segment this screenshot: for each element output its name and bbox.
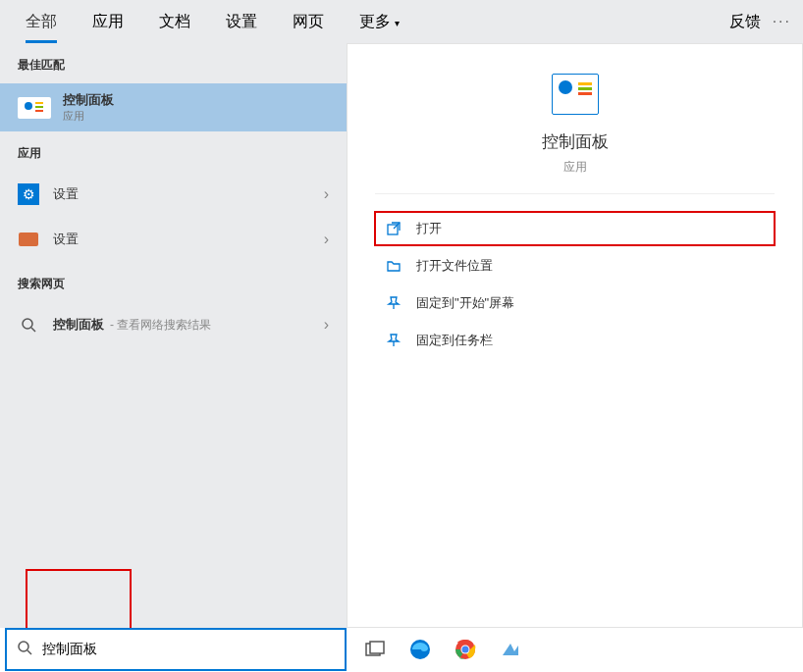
feedback-link[interactable]: 反馈 [729,12,761,32]
best-match-subtitle: 应用 [63,109,114,124]
control-panel-hero-icon [552,74,599,115]
search-icon [17,640,32,659]
section-search-web: 搜索网页 [0,262,347,302]
preview-subtitle: 应用 [563,159,587,176]
tab-web[interactable]: 网页 [275,2,342,42]
search-input[interactable] [42,642,335,657]
svg-line-10 [27,650,31,654]
settings-icon [18,229,39,250]
app-icon[interactable] [499,638,522,661]
best-match-control-panel[interactable]: 控制面板 应用 [0,83,347,131]
tab-more[interactable]: 更多 ▾ [342,2,417,42]
svg-rect-12 [370,642,384,653]
edge-icon[interactable] [408,638,432,661]
svg-line-5 [31,328,35,332]
svg-rect-3 [35,110,43,112]
app-item-settings-1[interactable]: ⚙ 设置 › [0,172,347,217]
task-view-icon[interactable] [363,638,387,661]
svg-point-4 [23,319,32,329]
svg-point-16 [462,646,469,653]
search-icon [18,314,39,336]
svg-rect-2 [35,106,43,108]
pin-icon [385,332,402,349]
tab-docs[interactable]: 文档 [141,2,208,42]
section-best-match: 最佳匹配 [0,43,347,83]
action-pin-start[interactable]: 固定到"开始"屏幕 [375,286,775,320]
app-item-settings-2[interactable]: 设置 › [0,217,347,262]
chevron-right-icon: › [324,316,329,334]
svg-rect-1 [35,102,43,104]
tab-settings[interactable]: 设置 [208,2,275,42]
action-pin-taskbar[interactable]: 固定到任务栏 [375,324,775,357]
chevron-right-icon: › [324,231,329,248]
open-icon [385,220,402,237]
tab-apps[interactable]: 应用 [75,2,141,42]
chevron-right-icon: › [324,185,329,203]
section-apps: 应用 [0,131,347,172]
action-open-location[interactable]: 打开文件位置 [375,249,775,283]
tab-all[interactable]: 全部 [8,2,75,42]
chrome-icon[interactable] [454,638,477,661]
svg-point-9 [19,642,28,651]
svg-point-0 [25,102,32,110]
web-search-item[interactable]: 控制面板 - 查看网络搜索结果 › [0,302,347,347]
preview-title: 控制面板 [542,130,609,153]
best-match-title: 控制面板 [63,91,114,109]
folder-icon [385,257,402,275]
control-panel-icon [18,97,51,119]
taskbar-search-box[interactable] [5,628,347,671]
action-open[interactable]: 打开 [375,212,775,245]
more-options-icon[interactable]: ··· [773,13,791,30]
pin-icon [385,294,402,312]
gear-icon: ⚙ [18,183,39,205]
